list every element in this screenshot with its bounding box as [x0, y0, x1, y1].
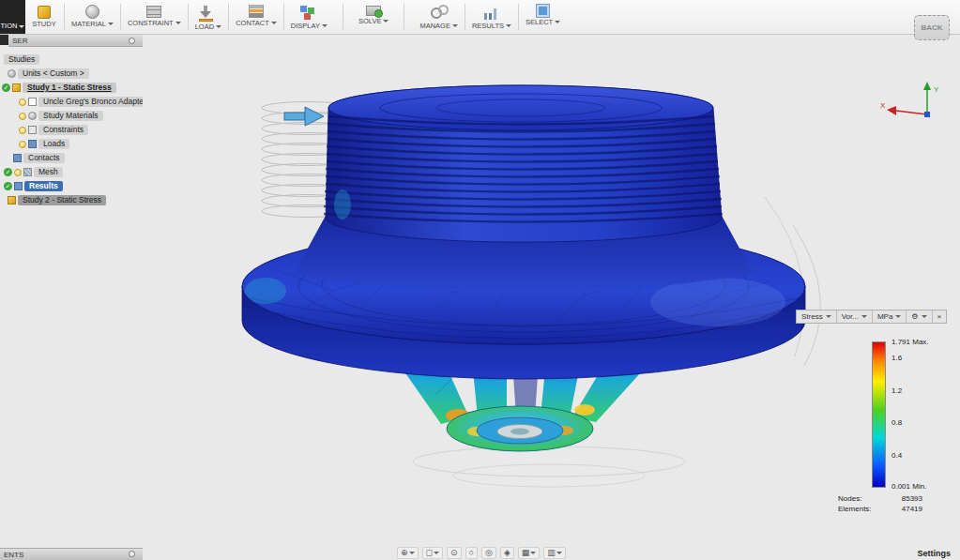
grid-settings-icon[interactable]: ▥	[543, 547, 566, 559]
browser-item-label[interactable]: Results	[24, 181, 63, 191]
toolbar-group-results[interactable]: RESULTS	[466, 0, 517, 34]
fit-view-icon[interactable]: ◻	[422, 547, 443, 559]
dropdown-caret-icon	[383, 20, 389, 23]
browser-item-contacts[interactable]: Contacts	[0, 151, 143, 165]
toolbar-divider	[465, 4, 465, 30]
fea-model-viewport[interactable]	[145, 56, 849, 502]
browser-item-units[interactable]: Units < Custom >	[0, 67, 143, 81]
orbit-icon[interactable]: ○	[465, 547, 478, 559]
dropdown-caret-icon	[322, 24, 328, 27]
browser-item-label[interactable]: Units < Custom >	[18, 68, 89, 79]
panel-toggle-icon[interactable]	[129, 38, 135, 44]
toolbar-group-solve[interactable]: SOLVE	[353, 0, 394, 34]
solve-icon	[366, 6, 381, 16]
visibility-bulb-icon[interactable]	[14, 169, 22, 176]
browser-item-label[interactable]: Study Materials	[38, 111, 103, 121]
visibility-bulb-icon[interactable]	[19, 113, 26, 120]
contact-icon	[249, 5, 264, 18]
browser-item-model[interactable]: Uncle Greg's Bronco Adapte...	[0, 95, 143, 109]
browser-item-constraints[interactable]: Constraints	[0, 123, 143, 137]
legend-unit-label: MPa	[877, 312, 892, 321]
stress-colorbar	[872, 341, 886, 488]
grab-icon[interactable]: ⊙	[447, 547, 462, 559]
legend-tick: 1.2	[891, 386, 952, 395]
legend-settings-button[interactable]: ⚙	[907, 310, 932, 323]
toolbar-divider	[343, 4, 343, 30]
toolbar-group-display[interactable]: DISPLAY	[285, 0, 333, 34]
dropdown-caret-icon	[861, 315, 867, 318]
comments-header-label: ENTS	[4, 551, 23, 559]
browser-item-label[interactable]: Study 1 - Static Stress	[23, 83, 116, 93]
browser-item-results[interactable]: ✓ Results	[0, 179, 143, 193]
toolbar-label: CONSTRAINT	[128, 19, 174, 27]
browser-item-study1[interactable]: ✓ Study 1 - Static Stress	[0, 81, 143, 95]
model-cylinder	[324, 85, 723, 242]
dropdown-caret-icon	[19, 25, 24, 28]
contacts-icon	[13, 154, 22, 162]
mesh-icon	[23, 168, 32, 176]
legend-component-label: Vor...	[842, 312, 859, 321]
toolbar-label: CONTACT	[236, 19, 269, 27]
nodes-label: Nodes:	[838, 494, 861, 503]
toolbar-group-constraint[interactable]: CONSTRAINT	[122, 0, 187, 34]
toolbar-group-contact[interactable]: CONTACT	[230, 0, 282, 34]
triad-y-label: Y	[934, 85, 939, 94]
toolbar-group-material[interactable]: MATERIAL	[66, 0, 119, 34]
browser-item-label[interactable]: Mesh	[34, 167, 63, 177]
browser-item-label[interactable]: Constraints	[38, 125, 88, 135]
axis-triad[interactable]: Y X	[880, 79, 946, 124]
load-icon	[199, 5, 218, 22]
browser-item-loads[interactable]: Loads	[0, 137, 143, 151]
check-icon: ✓	[4, 168, 12, 176]
settings-button[interactable]: Settings	[917, 549, 951, 558]
toolbar-group-select[interactable]: SELECT	[520, 0, 566, 34]
units-icon	[8, 69, 16, 78]
toolbar-label: LOAD	[195, 23, 214, 31]
legend-tick-min: 0.001 Min.	[891, 482, 952, 491]
toolbar-label: STUDY	[32, 20, 55, 28]
legend-unit-dropdown[interactable]: MPa	[873, 310, 907, 323]
browser-item-studies[interactable]: Studies	[0, 53, 143, 67]
toolbar-divider	[64, 4, 65, 30]
dropdown-caret-icon	[556, 552, 562, 554]
legend-tick: 0.8	[891, 418, 952, 427]
legend-tick: 1.6	[891, 354, 952, 362]
browser-item-label[interactable]: Loads	[38, 139, 69, 149]
browser-item-mesh[interactable]: ✓ Mesh	[0, 165, 143, 179]
legend-quantity-dropdown[interactable]: Stress	[797, 310, 837, 323]
study-icon	[12, 83, 21, 92]
dropdown-caret-icon	[271, 22, 277, 24]
toolbar-label: DISPLAY	[291, 22, 320, 30]
browser-item-label[interactable]: Contacts	[23, 153, 65, 163]
pan-icon[interactable]: ⊕	[397, 547, 419, 559]
gear-icon: ⚙	[911, 312, 918, 321]
workspace-switcher[interactable]: TION	[0, 0, 25, 34]
browser-item-study-materials[interactable]: Study Materials	[0, 109, 143, 123]
constraint-icon	[146, 6, 161, 18]
visibility-bulb-icon[interactable]	[19, 127, 26, 134]
app-window: TION STUDY MATERIAL CONSTRAINT LOAD CONT…	[0, 0, 960, 560]
legend-close-button[interactable]: ×	[933, 310, 947, 323]
browser-header: SER	[8, 35, 143, 47]
browser-item-label[interactable]: Studies	[4, 54, 39, 65]
visibility-bulb-icon[interactable]	[19, 98, 26, 106]
toolbar-group-study[interactable]: STUDY	[25, 0, 63, 34]
navigation-toolbar: ⊕ ◻ ⊙ ○ ◎ ◈ ▦ ▥	[397, 547, 566, 559]
toolbar-group-manage[interactable]: MANAGE	[414, 0, 464, 34]
browser-item-study2[interactable]: Study 2 - Static Stress	[0, 193, 143, 207]
check-icon: ✓	[2, 83, 10, 92]
display-settings-icon[interactable]: ▦	[518, 547, 541, 559]
browser-item-label[interactable]: Study 2 - Static Stress	[18, 195, 106, 205]
panel-toggle-icon[interactable]	[129, 551, 135, 557]
dropdown-caret-icon	[175, 22, 181, 24]
zoom-icon[interactable]: ◎	[481, 547, 496, 559]
visibility-bulb-icon[interactable]	[19, 141, 26, 148]
study-icon	[38, 6, 51, 19]
toolbar-group-load[interactable]: LOAD	[190, 0, 227, 34]
browser-header-label: SER	[12, 37, 27, 45]
legend-component-dropdown[interactable]: Vor...	[837, 310, 873, 323]
zoom-window-icon[interactable]: ◈	[500, 547, 514, 559]
back-button[interactable]: BACK	[914, 15, 950, 40]
dropdown-caret-icon	[506, 24, 511, 27]
browser-item-label[interactable]: Uncle Greg's Bronco Adapte...	[38, 97, 143, 107]
